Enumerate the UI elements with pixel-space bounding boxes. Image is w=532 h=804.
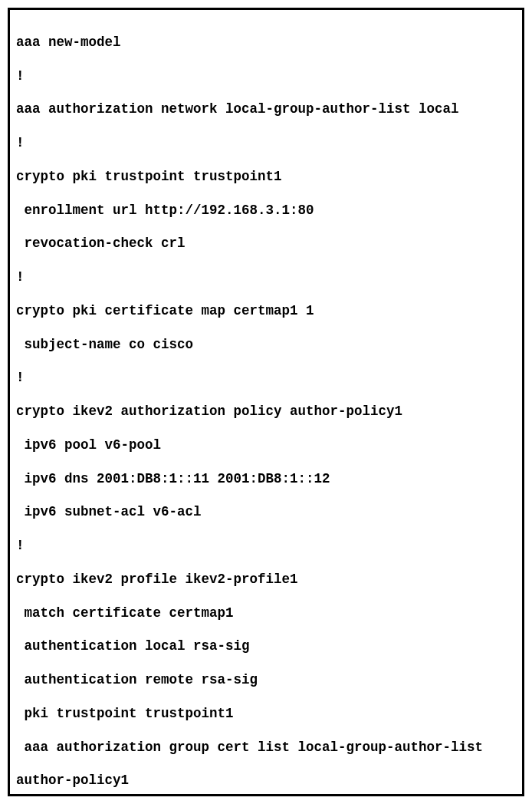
config-line: match certificate certmap1 [16, 605, 516, 622]
config-line: aaa authorization group cert list local-… [16, 740, 516, 756]
config-line: ! [16, 370, 516, 387]
config-line: aaa authorization network local-group-au… [16, 101, 516, 118]
config-line: crypto ikev2 authorization policy author… [16, 404, 516, 420]
config-line: ipv6 pool v6-pool [16, 437, 516, 454]
config-line: crypto ikev2 profile ikev2-profile1 [16, 572, 516, 588]
config-line: enrollment url http://192.168.3.1:80 [16, 203, 516, 219]
config-line: revocation-check crl [16, 236, 516, 252]
config-line: author-policy1 [16, 773, 516, 789]
config-line: ! [16, 538, 516, 555]
config-line: ! [16, 68, 516, 85]
config-line: authentication remote rsa-sig [16, 672, 516, 689]
config-line: authentication local rsa-sig [16, 638, 516, 655]
config-line: pki trustpoint trustpoint1 [16, 706, 516, 723]
config-line: subject-name co cisco [16, 337, 516, 354]
config-line: ! [16, 269, 516, 286]
config-line: ipv6 dns 2001:DB8:1::11 2001:DB8:1::12 [16, 471, 516, 488]
config-line: ! [16, 135, 516, 152]
config-line: aaa new-model [16, 35, 516, 51]
config-line: ipv6 subnet-acl v6-acl [16, 504, 516, 521]
config-line: crypto pki trustpoint trustpoint1 [16, 169, 516, 186]
cisco-config-block: aaa new-model ! aaa authorization networ… [8, 8, 524, 796]
config-line: crypto pki certificate map certmap1 1 [16, 303, 516, 320]
